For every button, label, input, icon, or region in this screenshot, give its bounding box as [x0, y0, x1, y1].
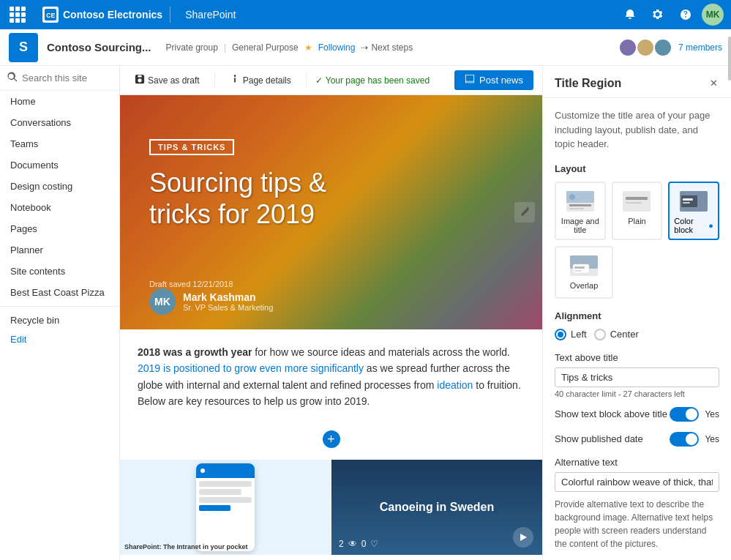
members-count[interactable]: 7 members — [678, 42, 722, 53]
post-news-button[interactable]: Post news — [454, 70, 533, 90]
align-left-radio[interactable] — [555, 329, 566, 340]
top-bar-icons: MK — [618, 3, 724, 26]
sidebar-item-notebook[interactable]: Notebook — [0, 197, 119, 218]
user-avatar[interactable]: MK — [702, 4, 724, 26]
body-link-2[interactable]: ideation — [437, 379, 473, 391]
panel-close-button[interactable]: ✕ — [708, 76, 719, 90]
panel-scrollbar[interactable] — [728, 66, 731, 81]
news-icon — [465, 74, 475, 86]
panel-title: Title Region — [555, 77, 621, 90]
likes-icon: ♡ — [370, 539, 378, 549]
phone-line-1 — [199, 481, 252, 487]
sidebar-item-best-east-coast-pizza[interactable]: Best East Coast Pizza — [0, 282, 119, 303]
sidebar-item-recycle-bin[interactable]: Recycle bin — [0, 310, 119, 331]
layout-overlap-label: Overlap — [570, 281, 599, 290]
likes-count: 0 — [361, 539, 367, 549]
align-center-radio[interactable] — [594, 329, 606, 340]
views-icon: 👁 — [348, 539, 357, 549]
align-left-option[interactable]: Left — [555, 329, 587, 340]
saved-status-text: Your page has been saved — [326, 75, 430, 86]
sidebar-item-conversations[interactable]: Conversations — [0, 112, 119, 133]
layout-option-image-title[interactable]: Image and title — [555, 182, 606, 240]
phone-dot — [200, 468, 205, 473]
layout-option-overlap[interactable]: Overlap — [555, 246, 613, 299]
member-avatar-3[interactable] — [653, 38, 672, 57]
panel-header: Title Region ✕ — [543, 66, 731, 98]
svg-rect-13 — [626, 197, 648, 200]
text-above-title-label: Text above title — [555, 352, 719, 363]
alt-text-description: Provide alternative text to describe the… — [555, 498, 719, 550]
show-published-date-label: Show published date — [555, 433, 643, 444]
help-icon[interactable] — [674, 3, 697, 26]
selected-check-icon: ● — [708, 221, 713, 230]
author-info: Mark Kashman Sr. VP Sales & Marketing — [183, 291, 273, 312]
page-scroll: TIPS & TRICKS Sourcing tips & tricks for… — [120, 95, 542, 560]
check-icon: ✓ — [315, 75, 323, 86]
following-button[interactable]: Following — [318, 42, 356, 53]
show-published-date-switch[interactable] — [670, 432, 699, 447]
sidebar-item-planner[interactable]: Planner — [0, 239, 119, 261]
video-controls: 2 👁 0 ♡ — [339, 539, 378, 549]
svg-text:CE: CE — [46, 12, 56, 19]
author-title: Sr. VP Sales & Marketing — [183, 303, 273, 312]
sharepoint-label: SharePoint — [178, 9, 236, 20]
show-text-block-switch[interactable] — [670, 407, 699, 422]
sidebar-item-teams[interactable]: Teams — [0, 133, 119, 154]
svg-point-11 — [569, 194, 575, 200]
saved-status: ✓ Your page has been saved — [315, 75, 430, 86]
layout-option-color-block[interactable]: Color block ● — [668, 182, 719, 240]
body-text: 2018 was a growth year for how we source… — [138, 344, 525, 410]
sidebar-item-pages[interactable]: Pages — [0, 218, 119, 239]
member-avatar-2[interactable] — [636, 38, 655, 57]
sidebar-item-site-contents[interactable]: Site contents — [0, 261, 119, 282]
notifications-icon[interactable] — [618, 3, 642, 26]
align-center-label: Center — [610, 329, 639, 340]
sidebar-item-home[interactable]: Home — [0, 91, 119, 112]
tips-tag: TIPS & TRICKS — [149, 139, 234, 155]
member-avatar-1[interactable] — [618, 38, 637, 57]
show-text-block-toggle[interactable]: Yes — [670, 407, 719, 422]
svg-rect-14 — [626, 202, 642, 204]
members-section: 7 members — [618, 38, 722, 57]
card-1-image: SharePoint: The Intranet in your pocket — [120, 460, 331, 555]
site-logo: S — [9, 33, 38, 62]
site-meta: Private group | General Purpose ★ Follow… — [166, 42, 413, 53]
add-block-button[interactable]: + — [323, 430, 340, 448]
layout-color-block-selected: Color block ● — [674, 217, 713, 234]
sidebar: Home Conversations Teams Documents Desig… — [0, 66, 120, 560]
right-panel: Title Region ✕ Customize the title area … — [542, 66, 731, 560]
save-draft-button[interactable]: Save as draft — [129, 71, 206, 89]
align-left-label: Left — [571, 329, 587, 340]
video-title: Canoeing in Sweden — [372, 501, 501, 514]
svg-rect-17 — [681, 195, 697, 207]
text-above-title-input[interactable] — [555, 367, 719, 387]
top-bar: CE Contoso Electronics SharePoint MK — [0, 0, 731, 29]
hero-edit-icon[interactable] — [514, 202, 535, 223]
show-published-date-toggle[interactable]: Yes — [670, 432, 719, 447]
align-center-option[interactable]: Center — [594, 329, 639, 340]
main-area: Home Conversations Teams Documents Desig… — [0, 66, 731, 560]
show-text-block-label: Show text block above title — [555, 408, 667, 419]
search-input[interactable] — [22, 72, 112, 83]
sidebar-item-design-costing[interactable]: Design costing — [0, 176, 119, 197]
page-details-icon — [230, 74, 240, 86]
layout-option-plain[interactable]: Plain — [612, 182, 663, 240]
page-details-button[interactable]: Page details — [224, 71, 297, 89]
sidebar-item-documents[interactable]: Documents — [0, 154, 119, 176]
play-button[interactable] — [513, 527, 533, 548]
next-steps-button[interactable]: ⇢ Next steps — [361, 42, 413, 53]
settings-icon[interactable] — [646, 3, 670, 26]
alt-text-input[interactable] — [555, 472, 719, 492]
phone-mockup — [196, 463, 255, 551]
body-link-1[interactable]: 2019 is positioned to grow even more sig… — [138, 362, 364, 374]
page-details-label: Page details — [243, 75, 291, 86]
draft-badge: Draft saved 12/21/2018 — [149, 280, 233, 288]
sidebar-item-edit[interactable]: Edit — [0, 331, 119, 350]
show-text-block-value: Yes — [705, 409, 719, 419]
body-content: 2018 was a growth year for how we source… — [120, 329, 542, 425]
svg-point-2 — [233, 75, 236, 77]
content-area: Save as draft Page details ✓ Your page h… — [120, 66, 542, 560]
waffle-menu[interactable] — [7, 4, 28, 25]
group-type: Private group — [166, 42, 218, 53]
svg-rect-19 — [683, 202, 690, 204]
